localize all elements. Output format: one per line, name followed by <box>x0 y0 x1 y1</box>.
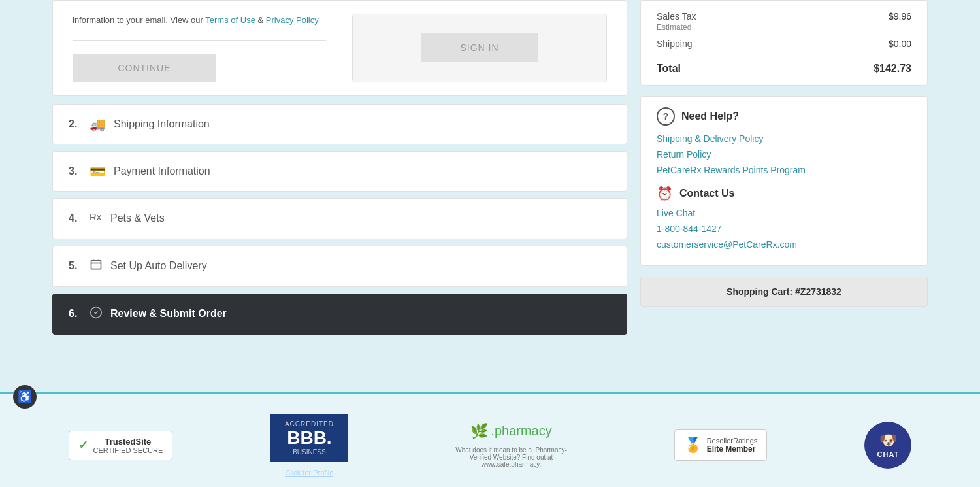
help-links: Shipping & Delivery Policy Return Policy… <box>657 133 911 175</box>
help-header: ? Need Help? <box>657 107 911 126</box>
bbb-box: ACCREDITED BBB. BUSINESS <box>270 414 348 462</box>
divider <box>73 40 326 41</box>
shipping-row: Shipping $0.00 <box>657 39 911 49</box>
footer-badges: ✓ TrustedSite CERTIFIED SECURE ACCREDITE… <box>26 414 954 477</box>
left-column: information to your email. View our Term… <box>52 0 627 392</box>
chat-button-area: 🐶 CHAT <box>864 422 911 469</box>
trusted-text: TrustedSite CERTIFIED SECURE <box>93 437 163 454</box>
step-2-shipping[interactable]: 2. 🚚 Shipping Information <box>52 104 627 144</box>
chat-button[interactable]: 🐶 CHAT <box>864 422 911 469</box>
payment-icon: 💳 <box>90 163 106 179</box>
total-label: Total <box>657 63 681 75</box>
right-column: Sales Tax $9.96 Estimated Shipping $0.00… <box>640 0 928 392</box>
accessibility-button[interactable]: ♿ <box>13 385 37 409</box>
rewards-link[interactable]: PetCareRx Rewards Points Program <box>657 165 911 175</box>
step-6-label: Review & Submit Order <box>110 308 227 320</box>
continue-area: information to your email. View our Term… <box>73 14 326 82</box>
reseller-box: 🏅 ResellerRatings Elite Member <box>674 429 768 461</box>
live-chat-link[interactable]: Live Chat <box>657 208 911 218</box>
step-4-label: Pets & Vets <box>110 212 165 224</box>
pharmacy-subtext: What does it mean to be a .Pharmacy-Veri… <box>446 446 577 468</box>
help-icon: ? <box>657 107 675 126</box>
bbb-accredited-label: ACCREDITED <box>279 420 339 428</box>
total-value: $142.73 <box>874 63 911 75</box>
shipping-label: Shipping <box>657 39 693 49</box>
help-section: ? Need Help? Shipping & Delivery Policy … <box>640 96 928 266</box>
pharmacy-badge: 🌿 .pharmacy What does it mean to be a .P… <box>446 423 577 468</box>
phone-link[interactable]: 1-800-844-1427 <box>657 224 911 234</box>
sales-tax-sublabel: Estimated <box>657 23 691 32</box>
help-title: Need Help? <box>681 110 739 122</box>
email-link[interactable]: customerservice@PetCareRx.com <box>657 239 911 250</box>
contact-section: ⏰ Contact Us Live Chat 1-800-844-1427 cu… <box>657 186 911 250</box>
reseller-badge: 🏅 ResellerRatings Elite Member <box>674 429 768 461</box>
step-4-number: 4. <box>69 212 82 224</box>
return-policy-link[interactable]: Return Policy <box>657 149 911 160</box>
step-2-number: 2. <box>69 118 82 130</box>
sales-tax-value: $9.96 <box>889 11 911 22</box>
review-icon <box>90 306 103 322</box>
pharmacy-leaf-icon: 🌿 <box>470 423 488 440</box>
accessibility-icon: ♿ <box>18 390 32 404</box>
bbb-badge: ACCREDITED BBB. BUSINESS Click for Profi… <box>270 414 348 477</box>
step-6-review[interactable]: 6. Review & Submit Order <box>52 294 627 335</box>
signin-area: SIGN IN <box>352 14 607 82</box>
continue-button[interactable]: CONTINUE <box>73 54 216 82</box>
reseller-name: ResellerRatings <box>707 437 758 445</box>
sales-tax-label: Sales Tax <box>657 11 696 22</box>
contact-header: ⏰ Contact Us <box>657 186 911 201</box>
privacy-link[interactable]: Privacy Policy <box>266 15 319 25</box>
cart-id-bar: Shopping Cart: #Z2731832 <box>640 277 928 307</box>
step-5-autodelivery[interactable]: 5. Set Up Auto Delivery <box>52 246 627 287</box>
reseller-texts: ResellerRatings Elite Member <box>707 437 758 454</box>
shipping-policy-link[interactable]: Shipping & Delivery Policy <box>657 133 911 144</box>
terms-link[interactable]: Terms of Use <box>205 15 255 25</box>
clock-icon: ⏰ <box>657 186 673 201</box>
step-5-number: 5. <box>69 260 82 272</box>
sales-tax-sublabel-row: Estimated <box>657 23 911 32</box>
contact-links: Live Chat 1-800-844-1427 customerservice… <box>657 208 911 250</box>
contact-title: Contact Us <box>679 188 734 199</box>
footer: ✓ TrustedSite CERTIFIED SECURE ACCREDITE… <box>0 392 980 487</box>
step-2-label: Shipping Information <box>114 118 210 130</box>
pharmacy-logo: 🌿 .pharmacy <box>470 423 551 440</box>
chat-dog-icon: 🐶 <box>879 432 897 449</box>
step-5-label: Set Up Auto Delivery <box>110 260 207 272</box>
autodelivery-icon <box>90 258 103 275</box>
step-3-payment[interactable]: 3. 💳 Payment Information <box>52 151 627 192</box>
svg-rect-1 <box>91 260 101 269</box>
bbb-profile-link[interactable]: Click for Profile <box>285 469 333 477</box>
top-description-text: information to your email. View our Term… <box>73 14 326 27</box>
medal-icon: 🏅 <box>684 437 702 454</box>
bbb-logo: BBB. <box>279 428 339 448</box>
step-4-pets[interactable]: 4. Rx Pets & Vets <box>52 198 627 239</box>
step-3-number: 3. <box>69 165 82 177</box>
pharmacy-name: .pharmacy <box>491 424 551 439</box>
top-section: information to your email. View our Term… <box>52 0 627 96</box>
order-summary: Sales Tax $9.96 Estimated Shipping $0.00… <box>640 0 928 86</box>
signin-button[interactable]: SIGN IN <box>421 33 538 62</box>
reseller-tier: Elite Member <box>707 445 758 454</box>
shipping-icon: 🚚 <box>90 116 106 132</box>
trusted-checkmark-icon: ✓ <box>78 438 88 452</box>
total-row: Total $142.73 <box>657 56 911 75</box>
bbb-business-label: BUSINESS <box>279 448 339 456</box>
page-wrapper: information to your email. View our Term… <box>0 0 980 392</box>
sales-tax-row: Sales Tax $9.96 <box>657 11 911 22</box>
pets-icon: Rx <box>90 210 103 227</box>
svg-text:Rx: Rx <box>90 211 102 222</box>
chat-label: CHAT <box>877 450 900 458</box>
trusted-site-box: ✓ TrustedSite CERTIFIED SECURE <box>69 431 173 460</box>
trusted-site-badge: ✓ TrustedSite CERTIFIED SECURE <box>69 431 173 460</box>
shipping-value: $0.00 <box>889 39 911 49</box>
step-3-label: Payment Information <box>114 165 210 177</box>
step-6-number: 6. <box>69 308 82 320</box>
reseller-top: 🏅 ResellerRatings Elite Member <box>684 437 758 454</box>
